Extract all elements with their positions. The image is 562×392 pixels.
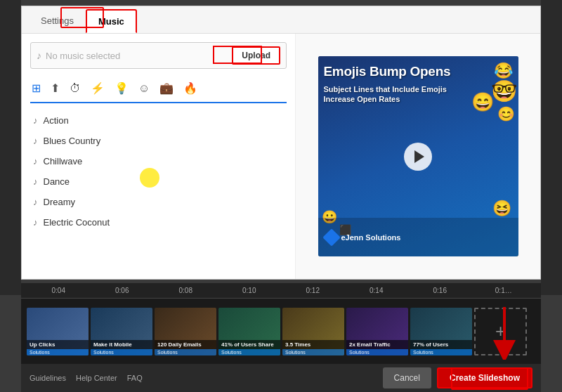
note-icon: ♪ <box>33 156 38 166</box>
music-item-blues[interactable]: ♪ Blues Country <box>30 131 284 151</box>
fire-icon[interactable]: 🔥 <box>183 81 197 95</box>
clock-icon[interactable]: ⏱ <box>70 82 81 95</box>
video-text: Emojis Bump Opens Subject Lines that Inc… <box>324 63 480 104</box>
upload-button[interactable]: Upload <box>232 46 280 65</box>
upload-cat-icon[interactable]: ⬆ <box>51 81 60 95</box>
brand-name: eJenn Solutions <box>341 233 401 242</box>
film-thumb-5[interactable]: 3.5 Times Solutions <box>282 308 344 355</box>
music-item-label: Electric Coconut <box>44 217 110 228</box>
emoji-7: 😆 <box>492 200 511 218</box>
grid-icon[interactable]: ⊞ <box>32 81 41 95</box>
cancel-button[interactable]: Cancel <box>383 367 431 388</box>
video-bottom-bar: eJenn Solutions <box>318 218 518 256</box>
music-item-dreamy[interactable]: ♪ Dreamy <box>30 192 284 212</box>
ruler-mark-6: 0:14 <box>345 287 409 294</box>
note-icon: ♪ <box>33 217 38 228</box>
music-placeholder: No music selected <box>46 51 232 61</box>
guidelines-link[interactable]: Guidelines <box>30 374 66 382</box>
tab-music[interactable]: Music <box>86 9 137 33</box>
music-list: ♪ Action ♪ Blues Country ♪ Chillwave ♪ D… <box>30 110 287 270</box>
ruler-mark-1: 0:04 <box>27 287 91 294</box>
video-subtitle: Subject Lines that Include Emojis Increa… <box>324 84 480 105</box>
sidebar-right <box>541 0 562 295</box>
emoji-1: 😂 <box>494 62 513 80</box>
film-thumb-7[interactable]: 77% of Users Solutions <box>410 308 472 355</box>
add-slide-button[interactable]: + <box>474 308 527 355</box>
faq-link[interactable]: FAQ <box>127 374 143 382</box>
music-item-label: Action <box>44 115 69 126</box>
brand-logo: eJenn Solutions <box>325 231 401 244</box>
help-center-link[interactable]: Help Center <box>76 374 117 382</box>
thumb-label-5: 3.5 Times <box>282 340 344 349</box>
idea-icon[interactable]: 💡 <box>115 81 129 95</box>
preview-panel: Emojis Bump Opens Subject Lines that Inc… <box>296 34 540 279</box>
lightning-icon[interactable]: ⚡ <box>91 81 105 95</box>
thumb-sub-4: Solutions <box>218 349 280 355</box>
thumb-label-6: 2x Email Traffic <box>346 340 408 349</box>
note-icon: ♪ <box>33 136 38 146</box>
thumb-sub-6: Solutions <box>346 349 408 355</box>
thumb-sub-1: Solutions <box>27 349 89 355</box>
ruler-mark-7: 0:16 <box>408 287 472 294</box>
music-item-label: Blues Country <box>44 136 101 146</box>
music-item-label: Chillwave <box>44 156 83 166</box>
thumb-label-3: 120 Daily Emails <box>155 340 216 349</box>
play-button[interactable] <box>404 143 432 171</box>
video-inner: Emojis Bump Opens Subject Lines that Inc… <box>318 56 518 256</box>
film-thumb-1[interactable]: Up Clicks Solutions <box>27 308 89 355</box>
ruler-mark-3: 0:08 <box>154 287 218 294</box>
create-slideshow-button[interactable]: Create Slideshow <box>437 367 532 388</box>
note-icon: ♪ <box>33 176 38 187</box>
note-icon: ♪ <box>33 197 38 207</box>
panel-content: ♪ No music selected Upload ⊞ ⬆ ⏱ ⚡ 💡 ☺ 💼… <box>22 34 540 279</box>
thumb-label-7: 77% of Users <box>410 340 472 349</box>
music-search-bar: ♪ No music selected Upload <box>30 42 287 69</box>
note-icon: ♪ <box>33 115 38 126</box>
music-panel: ♪ No music selected Upload ⊞ ⬆ ⏱ ⚡ 💡 ☺ 💼… <box>22 34 296 279</box>
action-buttons: Cancel Create Slideshow <box>383 367 532 388</box>
sidebar-left <box>0 0 21 295</box>
music-item-action[interactable]: ♪ Action <box>30 110 284 131</box>
timeline-area: 0:04 0:06 0:08 0:10 0:12 0:14 0:16 0:1… … <box>21 283 541 364</box>
music-item-electric[interactable]: ♪ Electric Coconut <box>30 212 284 233</box>
footer-links: Guidelines Help Center FAQ <box>30 374 143 382</box>
category-icons-row: ⊞ ⬆ ⏱ ⚡ 💡 ☺ 💼 🔥 <box>30 77 287 103</box>
ruler-mark-2: 0:06 <box>91 287 155 294</box>
music-item-label: Dance <box>44 176 70 187</box>
bag-icon[interactable]: 💼 <box>159 81 174 95</box>
thumb-label-4: 41% of Users Share <box>218 340 280 349</box>
film-thumb-4[interactable]: 41% of Users Share Solutions <box>218 308 280 355</box>
music-item-label: Dreamy <box>44 197 76 207</box>
action-bar: Guidelines Help Center FAQ Cancel Create… <box>21 364 541 392</box>
film-thumb-3[interactable]: 120 Daily Emails Solutions <box>155 308 216 355</box>
film-thumb-2[interactable]: Make it Mobile Solutions <box>91 308 152 355</box>
emoji-6: 😄 <box>471 91 494 113</box>
emoji-2: 🤓 <box>491 79 517 103</box>
music-item-dance[interactable]: ♪ Dance <box>30 171 284 192</box>
emoji-3: 😊 <box>497 105 515 122</box>
thumb-sub-5: Solutions <box>282 349 344 355</box>
video-title: Emojis Bump Opens <box>324 63 480 80</box>
video-preview: Emojis Bump Opens Subject Lines that Inc… <box>318 56 518 256</box>
thumb-sub-2: Solutions <box>91 349 152 355</box>
face-icon[interactable]: ☺ <box>138 82 150 95</box>
ruler-mark-8: 0:1… <box>472 287 536 294</box>
film-thumb-6[interactable]: 2x Email Traffic Solutions <box>346 308 408 355</box>
thumb-sub-3: Solutions <box>155 349 216 355</box>
thumb-sub-7: Solutions <box>410 349 472 355</box>
brand-diamond-icon <box>322 228 340 246</box>
timeline-ruler: 0:04 0:06 0:08 0:10 0:12 0:14 0:16 0:1… <box>21 283 541 299</box>
filmstrip: Up Clicks Solutions Make it Mobile Solut… <box>21 299 541 364</box>
tab-settings[interactable]: Settings <box>29 9 86 33</box>
music-item-chillwave[interactable]: ♪ Chillwave <box>30 151 284 171</box>
thumb-label-2: Make it Mobile <box>91 340 152 349</box>
ruler-mark-5: 0:12 <box>281 287 345 294</box>
ruler-mark-4: 0:10 <box>218 287 282 294</box>
main-dialog: Settings Music ♪ No music selected Uploa… <box>21 6 541 280</box>
music-note-icon: ♪ <box>37 50 41 61</box>
thumb-label-1: Up Clicks <box>27 340 89 349</box>
tab-bar: Settings Music <box>22 6 540 34</box>
